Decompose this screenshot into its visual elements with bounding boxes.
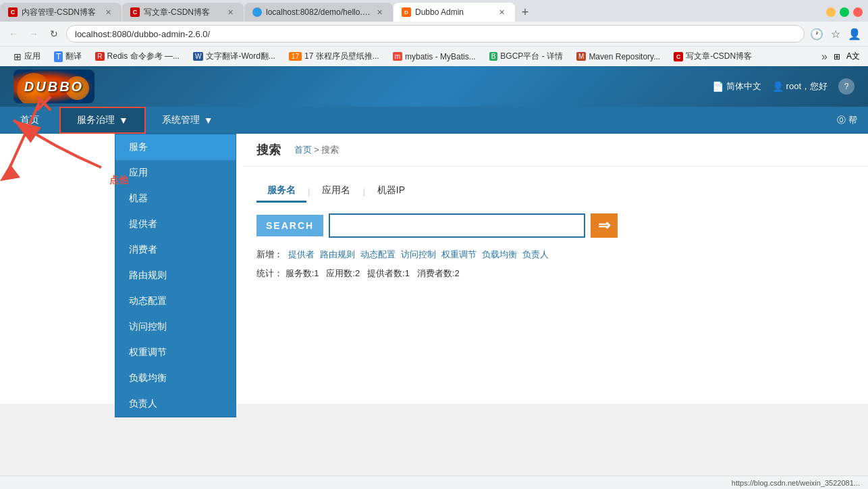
dropdown-item-access-control[interactable]: 访问控制 [115,314,236,340]
dropdown-item-service[interactable]: 服务 [115,134,236,160]
bookmark-translate[interactable]: T 翻译 [49,49,87,63]
new-tab-button[interactable]: + [516,3,535,22]
maximize-button[interactable] [840,7,849,17]
tab-1[interactable]: C 内容管理-CSDN博客 ✕ [0,3,121,22]
stats-label: 统计： [256,268,283,278]
stats-row: 统计： 服务数:1 应用数:2 提供者数:1 消费者数:2 [256,267,855,280]
user-icon: 👤 [772,81,784,92]
bookmark-apps[interactable]: ⊞ 应用 [8,49,46,63]
stats-consumer: 消费者数:2 [417,268,460,278]
dropdown-item-dynamic-config[interactable]: 动态配置 [115,288,236,314]
bookmark-mybatis[interactable]: m mybatis - MyBatis... [387,51,481,63]
dubbo-logo-text: DUBBO [24,79,84,95]
tab-1-close[interactable]: ✕ [103,7,113,18]
bookmark-redis[interactable]: R Redis 命令参考 —... [90,49,185,63]
new-link-loadbalance[interactable]: 负载均衡 [482,249,517,261]
new-link-weight[interactable]: 权重调节 [441,249,477,261]
tab-1-title: 内容管理-CSDN博客 [22,7,99,18]
nav-service-mgmt-arrow: ▼ [119,115,128,126]
new-link-responsible[interactable]: 负责人 [522,249,549,261]
tab-4-favicon: D [402,7,411,17]
search-tab-sep1: | [308,186,310,197]
tab-4[interactable]: D Dubbo Admin ✕ [394,3,515,22]
tab-3-favicon: 🌐 [252,7,262,17]
search-label: SEARCH [256,215,323,236]
close-button[interactable] [853,7,863,17]
page-header: 搜索 首页 > 搜索 [243,134,868,167]
service-dropdown-menu: 服务 应用 机器 提供者 消费者 路由规则 动态配置 访问控制 权重调节 负载均… [115,134,236,417]
minimize-button[interactable] [826,7,836,17]
new-link-access[interactable]: 访问控制 [401,249,436,261]
dubbo-logo: DUBBO [13,70,94,103]
tab-3-title: localhost:8082/demo/hello.do... [266,7,371,17]
dropdown-item-route[interactable]: 路由规则 [115,263,236,288]
help-button[interactable]: ? [838,78,855,95]
breadcrumb-home[interactable]: 首页 [294,145,312,155]
bookmark-maven[interactable]: M Maven Repository... [571,51,666,63]
forward-button[interactable]: → [26,26,42,42]
tab-2-favicon: C [130,7,140,17]
bookmark-word[interactable]: W 文字翻译-Word翻... [188,49,281,63]
nav-system-mgmt[interactable]: 系统管理 ▼ [146,107,229,134]
dubbo-header: DUBBO 📄 简体中文 👤 root，您好 ? [0,66,868,107]
bookmark-maven-label: Maven Repository... [589,52,660,61]
tab-2[interactable]: C 写文章-CSDN博客 ✕ [122,3,244,22]
tab-2-title: 写文章-CSDN博客 [144,7,221,18]
svg-marker-1 [0,164,20,181]
user-label: root，您好 [786,80,828,93]
search-tab-sep2: | [362,186,364,197]
back-button[interactable]: ← [5,26,22,42]
tab-4-close[interactable]: ✕ [497,7,507,18]
nav-system-mgmt-label: 系统管理 [162,114,200,126]
search-tab-machine[interactable]: 机器IP [367,180,416,203]
bookmark-wallpaper[interactable]: 17 17 张程序员壁纸推... [283,49,385,63]
dropdown-item-responsible[interactable]: 负责人 [115,391,236,417]
search-input[interactable] [329,213,585,238]
tab-3-close[interactable]: ✕ [375,7,385,18]
dropdown-item-provider[interactable]: 提供者 [115,211,236,237]
bookmark-csdn-write[interactable]: C 写文章-CSDN博客 [668,49,757,63]
tab-3[interactable]: 🌐 localhost:8082/demo/hello.do... ✕ [244,3,393,22]
bookmark-wallpaper-label: 17 张程序员壁纸推... [304,51,379,62]
lang-switch[interactable]: 📄 简体中文 [712,80,761,93]
address-box: localhost:8080/dubbo-admin-2.6.0/ [66,25,805,43]
tab-1-favicon: C [8,7,18,17]
new-link-provider[interactable]: 提供者 [288,249,315,261]
more-bookmarks-button[interactable]: » [821,51,828,63]
nav-service-mgmt[interactable]: 服务治理 ▼ [59,107,146,134]
header-right: 📄 简体中文 👤 root，您好 ? [712,78,855,95]
user-info[interactable]: 👤 root，您好 [772,80,828,93]
dropdown-item-app[interactable]: 应用 [115,160,236,186]
status-bar: https://blog.csdn.net/weixin_3522081... [0,475,868,489]
new-link-dynamic[interactable]: 动态配置 [360,249,396,261]
extensions-area: 🕐 ☆ 👤 [809,26,863,42]
dropdown-item-machine[interactable]: 机器 [115,186,236,211]
lang-label: 简体中文 [726,80,761,93]
search-tab-app[interactable]: 应用名 [311,180,361,203]
history-icon[interactable]: 🕐 [809,26,825,42]
translate-page-icon[interactable]: A文 [846,50,860,63]
nav-service-mgmt-label: 服务治理 [77,114,115,126]
nav-home[interactable]: 首页 [0,107,59,134]
bookmark-apps-label: 应用 [24,51,40,62]
dropdown-item-consumer[interactable]: 消费者 [115,237,236,263]
tab-2-close[interactable]: ✕ [225,7,236,18]
bookmark-redis-label: Redis 命令参考 —... [107,51,180,62]
dubbo-app: DUBBO 📄 简体中文 👤 root，您好 ? 首页 [0,66,868,404]
bookmark-csdn-label: 写文章-CSDN博客 [686,51,752,62]
new-link-route[interactable]: 路由规则 [320,249,355,261]
bookmark-star-icon[interactable]: ☆ [828,26,844,42]
reload-button[interactable]: ↻ [46,26,62,42]
search-button[interactable]: ⇒ [591,213,618,238]
address-bar-row: ← → ↻ localhost:8080/dubbo-admin-2.6.0/ … [0,22,868,46]
tabs-row: C 内容管理-CSDN博客 ✕ C 写文章-CSDN博客 ✕ 🌐 localho… [0,0,868,22]
profile-icon[interactable]: 👤 [846,26,863,42]
sidebar-toggle-icon[interactable]: ⊞ [830,50,844,63]
breadcrumb-separator: > [314,145,321,155]
bookmark-bgcp[interactable]: B BGCP平台 - 详情 [484,49,568,63]
apps-icon: ⊞ [13,51,22,62]
search-tab-service[interactable]: 服务名 [256,180,306,203]
dropdown-item-load-balance[interactable]: 负载均衡 [115,365,236,391]
dropdown-item-weight[interactable]: 权重调节 [115,340,236,365]
breadcrumb-current: 搜索 [321,145,339,155]
